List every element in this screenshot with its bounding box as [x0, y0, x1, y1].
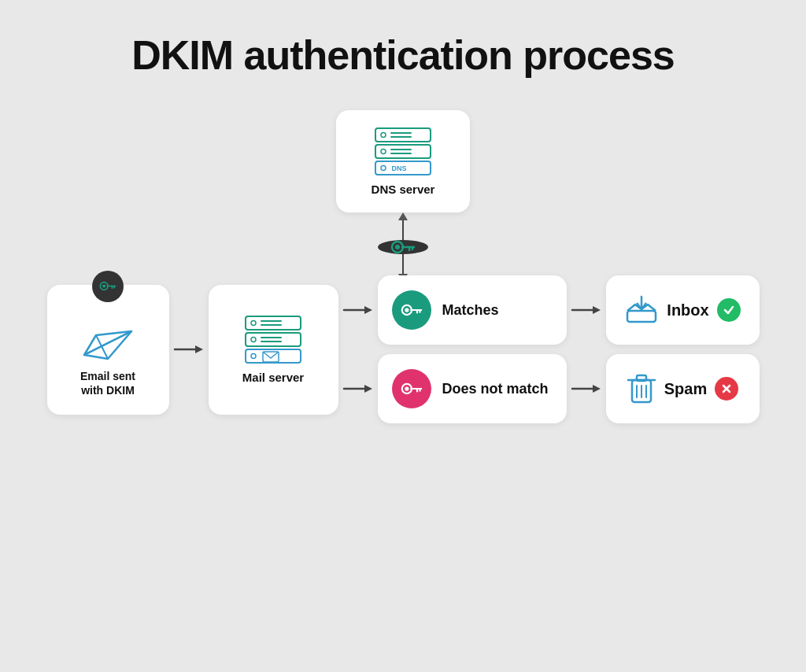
error-badge	[715, 377, 738, 401]
success-badge	[717, 298, 741, 322]
arrow-up-head	[398, 212, 408, 220]
spam-card: Spam	[606, 354, 760, 423]
svg-point-27	[251, 321, 256, 326]
x-icon	[721, 383, 732, 394]
inbox-card: Inbox	[606, 275, 760, 345]
svg-rect-4	[375, 145, 431, 158]
page-title: DKIM authentication process	[131, 31, 675, 79]
svg-point-40	[405, 308, 409, 312]
mail-label: Mail server	[242, 371, 304, 384]
svg-rect-0	[375, 128, 431, 142]
svg-marker-38	[364, 306, 372, 314]
dns-label: DNS server	[372, 183, 435, 196]
svg-rect-59	[637, 375, 646, 381]
trash-icon	[627, 372, 656, 405]
dns-icon: DNS	[368, 127, 438, 178]
key-icon-nomatch	[401, 382, 423, 395]
svg-marker-56	[593, 385, 601, 393]
dns-server-card: DNS DNS server	[336, 110, 470, 212]
diagram: DNS DNS server	[0, 110, 806, 423]
svg-marker-49	[364, 385, 372, 393]
arrow-nomatch-to-spam	[567, 381, 606, 397]
nomatch-key-circle	[392, 369, 431, 408]
arrow-down-line	[402, 254, 404, 274]
svg-point-51	[405, 386, 409, 390]
matches-card: Matches	[378, 275, 567, 345]
checkmark-icon	[723, 304, 735, 316]
key-icon-matches	[401, 304, 423, 316]
svg-point-12	[395, 245, 400, 249]
mail-server-icon	[238, 315, 309, 366]
svg-point-31	[251, 338, 256, 342]
svg-point-5	[381, 150, 386, 154]
mail-server-card: Mail server	[209, 285, 338, 415]
matches-key-circle	[392, 290, 431, 330]
svg-marker-22	[84, 331, 131, 355]
matches-row: Matches	[338, 275, 760, 345]
key-icon-middle	[390, 240, 416, 254]
svg-point-9	[381, 166, 386, 171]
arrow-matches-to-inbox	[567, 302, 606, 318]
email-label: Email sentwith DKIM	[80, 369, 135, 397]
key-circle-middle	[378, 240, 428, 254]
matches-text: Matches	[442, 302, 499, 319]
does-not-match-row: Does not match	[338, 354, 760, 423]
svg-text:DNS: DNS	[391, 164, 406, 172]
svg-point-35	[251, 354, 256, 359]
arrow-mail-to-nomatch	[338, 381, 378, 397]
arrow-up-line	[402, 220, 404, 240]
inbox-label: Inbox	[667, 301, 708, 319]
svg-rect-46	[627, 311, 656, 322]
paper-plane-icon	[80, 316, 135, 363]
arrow-mail-to-matches	[338, 302, 378, 318]
svg-marker-25	[195, 345, 203, 353]
email-key-badge	[92, 271, 124, 302]
arrow-email-to-mail	[169, 342, 209, 357]
spam-label: Spam	[664, 380, 707, 398]
nomatch-text: Does not match	[442, 381, 549, 397]
email-card: Email sentwith DKIM	[47, 285, 169, 415]
svg-rect-26	[246, 316, 301, 330]
svg-rect-30	[246, 333, 301, 346]
svg-point-17	[102, 284, 105, 287]
svg-point-1	[381, 133, 386, 138]
inbox-icon	[624, 295, 659, 325]
main-row: Email sentwith DKIM	[47, 275, 760, 423]
svg-marker-45	[593, 306, 601, 314]
does-not-match-card: Does not match	[378, 354, 567, 423]
key-icon-email	[99, 281, 116, 291]
